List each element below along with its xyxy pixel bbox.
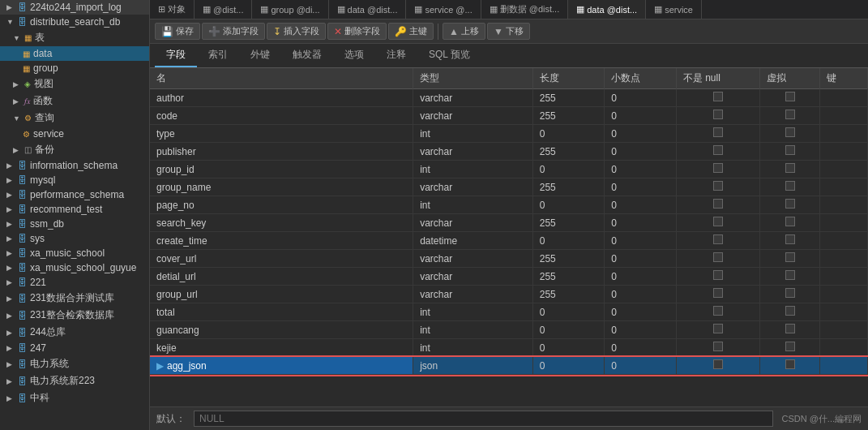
table-row[interactable]: totalint00 xyxy=(150,303,868,321)
notnull-checkbox[interactable] xyxy=(713,92,723,101)
virtual-checkbox[interactable] xyxy=(785,110,795,119)
tab-dist1[interactable]: ▦ @dist... xyxy=(195,0,252,19)
field-notnull-cell[interactable] xyxy=(676,178,759,196)
sidebar-item-perf-schema[interactable]: ▶ 🗄 performance_schema xyxy=(0,187,149,202)
field-notnull-cell[interactable] xyxy=(676,268,759,286)
insert-field-button[interactable]: ↧ 插入字段 xyxy=(267,23,326,40)
tab-foreign-keys[interactable]: 外键 xyxy=(239,44,281,67)
notnull-checkbox[interactable] xyxy=(713,324,723,333)
table-row[interactable]: kejieint00 xyxy=(150,339,868,357)
tab-object[interactable]: ⊞ 对象 xyxy=(150,0,195,19)
virtual-checkbox[interactable] xyxy=(785,359,795,369)
table-row[interactable]: page_noint00 xyxy=(150,196,868,214)
field-virtual-cell[interactable] xyxy=(760,125,820,143)
sidebar-item-info-schema[interactable]: ▶ 🗄 information_schema xyxy=(0,158,149,173)
tab-service[interactable]: ▦ service @... xyxy=(406,0,481,19)
virtual-checkbox[interactable] xyxy=(785,342,795,351)
field-virtual-cell[interactable] xyxy=(760,89,820,107)
table-row[interactable]: search_keyvarchar2550 xyxy=(150,214,868,232)
notnull-checkbox[interactable] xyxy=(713,199,723,209)
sidebar-item-247[interactable]: ▶ 🗄 247 xyxy=(0,341,149,355)
notnull-checkbox[interactable] xyxy=(713,359,723,369)
table-row[interactable]: create_timedatetime00 xyxy=(150,232,868,250)
sidebar-item-xa-music-g[interactable]: ▶ 🗄 xa_music_school_guyue xyxy=(0,260,149,275)
virtual-checkbox[interactable] xyxy=(785,306,795,316)
field-virtual-cell[interactable] xyxy=(760,268,820,286)
notnull-checkbox[interactable] xyxy=(713,163,723,173)
table-row[interactable]: detial_urlvarchar2550 xyxy=(150,268,868,286)
field-virtual-cell[interactable] xyxy=(760,286,820,303)
field-notnull-cell[interactable] xyxy=(676,286,759,303)
notnull-checkbox[interactable] xyxy=(713,270,723,280)
virtual-checkbox[interactable] xyxy=(785,127,795,137)
tab-fields[interactable]: 字段 xyxy=(155,44,197,67)
field-notnull-cell[interactable] xyxy=(676,161,759,178)
sidebar-item-244[interactable]: ▶ 🗄 244总库 xyxy=(0,324,149,341)
notnull-checkbox[interactable] xyxy=(713,306,723,316)
virtual-checkbox[interactable] xyxy=(785,252,795,262)
sidebar-item-221[interactable]: ▶ 🗄 221 xyxy=(0,275,149,290)
notnull-checkbox[interactable] xyxy=(713,181,723,191)
sidebar-item-distribute[interactable]: ▼ 🗄 distribute_search_db xyxy=(0,15,149,29)
default-value-input[interactable] xyxy=(194,411,773,427)
sidebar-item-xa-music[interactable]: ▶ 🗄 xa_music_school xyxy=(0,246,149,260)
sidebar-item-service-query[interactable]: ⚙ service xyxy=(0,127,149,141)
virtual-checkbox[interactable] xyxy=(785,217,795,226)
table-row[interactable]: ▶agg_jsonjson00 xyxy=(150,357,868,375)
virtual-checkbox[interactable] xyxy=(785,270,795,280)
field-virtual-cell[interactable] xyxy=(760,143,820,161)
add-field-button[interactable]: ➕ 添加字段 xyxy=(202,23,265,40)
table-row[interactable]: publishervarchar2550 xyxy=(150,143,868,161)
field-notnull-cell[interactable] xyxy=(676,125,759,143)
table-row[interactable]: group_namevarchar2550 xyxy=(150,178,868,196)
field-notnull-cell[interactable] xyxy=(676,107,759,125)
tab-sql-preview[interactable]: SQL 预览 xyxy=(417,44,481,67)
sidebar-item-queries[interactable]: ▼ ⚙ 查询 xyxy=(0,110,149,127)
sidebar-item-views[interactable]: ▶ ◈ 视图 xyxy=(0,75,149,92)
field-virtual-cell[interactable] xyxy=(760,107,820,125)
sidebar-item-recommend[interactable]: ▶ 🗄 recommend_test xyxy=(0,202,149,217)
field-virtual-cell[interactable] xyxy=(760,357,820,375)
field-notnull-cell[interactable] xyxy=(676,232,759,250)
virtual-checkbox[interactable] xyxy=(785,181,795,191)
table-row[interactable]: group_urlvarchar2550 xyxy=(150,286,868,303)
table-row[interactable]: typeint00 xyxy=(150,125,868,143)
field-notnull-cell[interactable] xyxy=(676,303,759,321)
field-notnull-cell[interactable] xyxy=(676,339,759,357)
sidebar-item-funcs[interactable]: ▶ 𝑓𝑥 函数 xyxy=(0,92,149,110)
sidebar-item-224to244[interactable]: ▶ 🗄 224to244_import_log xyxy=(0,0,149,15)
field-virtual-cell[interactable] xyxy=(760,303,820,321)
sidebar-item-231search[interactable]: ▶ 🗄 231整合检索数据库 xyxy=(0,307,149,324)
primary-key-button[interactable]: 🔑 主键 xyxy=(388,23,434,40)
tab-triggers[interactable]: 触发器 xyxy=(281,44,333,67)
field-notnull-cell[interactable] xyxy=(676,250,759,268)
sidebar-item-mysql[interactable]: ▶ 🗄 mysql xyxy=(0,173,149,187)
field-notnull-cell[interactable] xyxy=(676,357,759,375)
field-virtual-cell[interactable] xyxy=(760,250,820,268)
save-button[interactable]: 💾 保存 xyxy=(155,23,200,40)
notnull-checkbox[interactable] xyxy=(713,288,723,298)
tab-group[interactable]: ▦ group @di... xyxy=(252,0,328,19)
notnull-checkbox[interactable] xyxy=(713,252,723,262)
notnull-checkbox[interactable] xyxy=(713,234,723,244)
notnull-checkbox[interactable] xyxy=(713,145,723,155)
table-row[interactable]: cover_urlvarchar2550 xyxy=(150,250,868,268)
sidebar-item-231merge[interactable]: ▶ 🗄 231数据合并测试库 xyxy=(0,290,149,307)
table-row[interactable]: authorvarchar2550 xyxy=(150,89,868,107)
move-down-button[interactable]: ▼ 下移 xyxy=(487,23,530,40)
field-virtual-cell[interactable] xyxy=(760,321,820,339)
sidebar-item-data-table[interactable]: ▦ data xyxy=(0,46,149,61)
tab-options[interactable]: 选项 xyxy=(333,44,375,67)
field-notnull-cell[interactable] xyxy=(676,89,759,107)
table-row[interactable]: guancangint00 xyxy=(150,321,868,339)
sidebar-item-power223[interactable]: ▶ 🗄 电力系统新223 xyxy=(0,372,149,389)
virtual-checkbox[interactable] xyxy=(785,234,795,244)
sidebar-item-sys[interactable]: ▶ 🗄 sys xyxy=(0,231,149,246)
field-notnull-cell[interactable] xyxy=(676,196,759,214)
field-virtual-cell[interactable] xyxy=(760,339,820,357)
notnull-checkbox[interactable] xyxy=(713,127,723,137)
field-virtual-cell[interactable] xyxy=(760,178,820,196)
table-row[interactable]: group_idint00 xyxy=(150,161,868,178)
virtual-checkbox[interactable] xyxy=(785,324,795,333)
tab-data1[interactable]: ▦ data @dist... xyxy=(329,0,407,19)
